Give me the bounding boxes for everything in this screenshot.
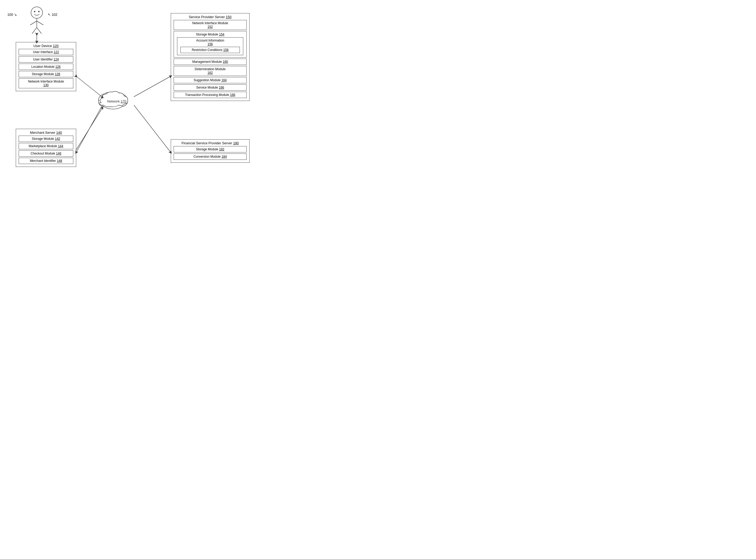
- location-module-box: Location Module 126: [19, 64, 73, 70]
- marketplace-module-box: Marketplace Module 144: [19, 143, 73, 149]
- transaction-processing-box: Transaction Processing Module 168: [174, 92, 247, 98]
- service-provider-title: Service Provider Server 150: [174, 15, 247, 19]
- network-interface-130-box: Network Interface Module130: [19, 78, 73, 88]
- svg-point-0: [31, 7, 43, 18]
- storage-module-128-box: Storage Module 128: [19, 71, 73, 77]
- svg-line-21: [134, 105, 171, 152]
- svg-point-11: [102, 98, 123, 109]
- svg-text:Network 170: Network 170: [107, 99, 127, 103]
- person-figure: [26, 5, 47, 34]
- svg-line-19: [76, 108, 102, 150]
- service-module-box: Service Module 166: [174, 84, 247, 91]
- svg-line-5: [37, 21, 43, 25]
- merchant-identifier-box: Merchant Identifier 148: [19, 158, 73, 164]
- diagram: 100 ↘ ↖ 102 User Device 120 User Interfa…: [0, 0, 263, 195]
- svg-point-14: [115, 98, 127, 106]
- user-identifier-box: User Identifier 124: [19, 56, 73, 63]
- storage-module-154-label: Storage Module 154: [176, 32, 244, 36]
- storage-module-182-box: Storage Module 182: [174, 146, 247, 152]
- conversion-module-box: Conversion Module 184: [174, 154, 247, 160]
- label-102: ↖ 102: [48, 13, 57, 17]
- svg-point-10: [114, 97, 128, 107]
- checkout-module-box: Checkout Module 146: [19, 150, 73, 157]
- svg-point-8: [98, 92, 128, 108]
- determination-module-box: Determination Module162: [174, 66, 247, 76]
- user-interface-box: User Interface 122: [19, 49, 73, 55]
- merchant-server-title: Merchant Server 140: [19, 131, 73, 135]
- suggestion-module-box: Suggestion Module 164: [174, 77, 247, 83]
- merchant-server-box: Merchant Server 140 Storage Module 142 M…: [16, 129, 76, 167]
- svg-point-9: [98, 97, 112, 107]
- svg-point-13: [99, 98, 111, 106]
- financial-service-provider-box: Financial Service Provider Server 180 St…: [171, 139, 250, 163]
- user-device-title: User Device 120: [19, 44, 73, 48]
- service-provider-server-box: Service Provider Server 150 Network Inte…: [171, 13, 250, 101]
- network-cloud: Network 170: [98, 91, 128, 109]
- svg-line-20: [134, 76, 171, 97]
- label-100: 100 ↘: [7, 13, 17, 17]
- svg-line-6: [32, 28, 37, 33]
- network-interface-152-box: Network Interface Module152: [174, 20, 247, 30]
- management-module-box: Management Module 160: [174, 59, 247, 65]
- svg-line-4: [30, 21, 37, 25]
- svg-line-22: [76, 105, 102, 152]
- svg-point-12: [99, 92, 127, 107]
- svg-line-18: [76, 76, 102, 97]
- svg-point-1: [34, 11, 36, 13]
- svg-line-7: [37, 28, 42, 33]
- svg-point-2: [38, 11, 40, 13]
- user-device-box: User Device 120 User Interface 122 User …: [16, 42, 76, 91]
- financial-service-provider-title: Financial Service Provider Server 180: [174, 141, 247, 145]
- account-information-label: Account Information156: [179, 39, 242, 46]
- svg-point-15: [103, 98, 123, 108]
- storage-module-142-box: Storage Module 142: [19, 136, 73, 142]
- restriction-conditions-box: Restriction Conditions 158: [181, 47, 240, 53]
